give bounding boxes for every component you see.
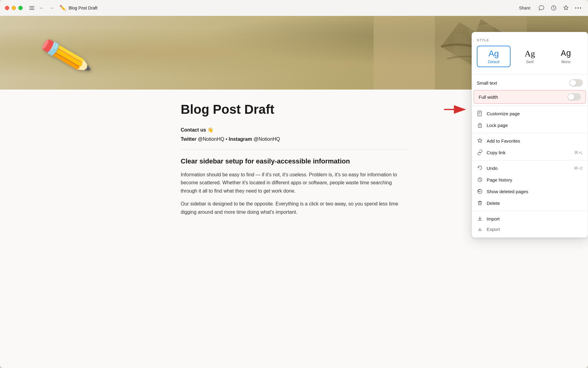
favorites-button[interactable]: [561, 3, 571, 13]
divider: [181, 149, 407, 150]
svg-rect-2: [29, 9, 34, 10]
menu-item-page-history[interactable]: Page history: [472, 174, 588, 186]
small-text-toggle[interactable]: [569, 79, 583, 86]
import-icon: [477, 216, 483, 222]
maximize-button[interactable]: [18, 6, 23, 10]
paragraph-2: Our sidebar is designed to be the opposi…: [181, 200, 407, 216]
menu-item-lock-page[interactable]: Lock page: [472, 119, 588, 131]
separator-5: [472, 211, 588, 211]
titlebar-right: Share: [515, 3, 583, 13]
full-width-toggle[interactable]: [567, 93, 581, 101]
comments-button[interactable]: [537, 3, 546, 13]
document-title: Blog Post Draft: [181, 102, 407, 117]
full-width-knob: [568, 94, 574, 100]
undo-icon: [477, 165, 483, 171]
sidebar-toggle-button[interactable]: [28, 4, 36, 12]
page-title: Blog Post Draft: [69, 6, 97, 10]
svg-point-22: [480, 126, 480, 126]
restore-icon: [477, 188, 483, 194]
forward-button[interactable]: →: [47, 4, 56, 12]
document-body: Blog Post Draft Contact us 👋 Twitter @No…: [156, 90, 432, 240]
separator-1: [472, 74, 588, 74]
undo-label: Undo: [487, 166, 570, 171]
dropdown-menu: STYLE Ag Default Ag Serif Ag Mono: [472, 32, 588, 238]
back-button[interactable]: ←: [37, 4, 46, 12]
close-button[interactable]: [5, 6, 9, 10]
export-label: Export: [487, 227, 583, 232]
style-section-label: STYLE: [477, 38, 583, 42]
full-width-toggle-row[interactable]: Full width: [474, 90, 586, 104]
small-text-label: Small text: [477, 80, 497, 86]
customize-page-label: Customize page: [487, 111, 583, 116]
menu-item-customize-page[interactable]: Customize page: [472, 108, 588, 119]
copy-link-label: Copy link: [487, 150, 571, 155]
undo-shortcut: ⌘+Z: [574, 166, 583, 171]
copy-link-shortcut: ⌘+L: [574, 150, 583, 155]
page-title-area: ✏️ Blog Post Draft: [59, 5, 515, 11]
pencil-icon: ✏️: [38, 29, 93, 83]
separator-2: [472, 105, 588, 106]
nav-buttons: ← →: [37, 4, 56, 12]
export-icon: [477, 226, 483, 232]
add-favorites-label: Add to Favorites: [487, 138, 583, 144]
titlebar: ← → ✏️ Blog Post Draft Share: [0, 0, 588, 16]
star-icon: [477, 138, 483, 144]
link-icon: [477, 149, 483, 155]
font-name-serif: Serif: [526, 60, 534, 64]
menu-item-import[interactable]: Import: [472, 213, 588, 224]
menu-item-delete[interactable]: Delete: [472, 197, 588, 209]
menu-item-copy-link[interactable]: Copy link ⌘+L: [472, 147, 588, 158]
svg-point-6: [580, 7, 581, 9]
menu-item-add-favorites[interactable]: Add to Favorites: [472, 135, 588, 147]
menu-item-undo[interactable]: Undo ⌘+Z: [472, 162, 588, 174]
trash-icon: [477, 200, 483, 206]
section-heading-1: Clear sidebar setup for easily-accessibl…: [181, 157, 407, 166]
small-text-knob: [570, 80, 576, 86]
separator-4: [472, 160, 588, 160]
minimize-button[interactable]: [12, 6, 16, 10]
svg-point-5: [578, 7, 579, 9]
font-option-serif[interactable]: Ag Serif: [513, 46, 547, 67]
menu-item-export[interactable]: Export: [472, 224, 588, 234]
font-name-default: Default: [488, 60, 499, 64]
full-width-label: Full width: [479, 94, 498, 100]
traffic-lights: [5, 6, 23, 10]
font-option-mono[interactable]: Ag Mono: [549, 46, 583, 67]
font-option-default[interactable]: Ag Default: [477, 46, 511, 67]
lock-icon: [477, 122, 483, 128]
contact-heading: Contact us 👋: [181, 127, 407, 133]
red-arrow-indicator: [444, 32, 469, 118]
svg-point-4: [575, 7, 576, 9]
font-sample-serif: Ag: [525, 49, 535, 58]
menu-item-show-deleted[interactable]: Show deleted pages: [472, 186, 588, 197]
page-history-label: Page history: [487, 177, 583, 182]
separator-3: [472, 133, 588, 133]
small-text-toggle-row[interactable]: Small text: [472, 76, 588, 90]
more-button[interactable]: [573, 3, 583, 13]
font-sample-mono: Ag: [561, 49, 571, 58]
style-section: STYLE Ag Default Ag Serif Ag Mono: [472, 36, 588, 72]
content-area: ❀ ✿ ✏️ Blog Post Draft Contact us 👋 Twit…: [0, 16, 588, 368]
font-sample-default: Ag: [488, 49, 499, 58]
import-label: Import: [487, 216, 583, 221]
svg-rect-0: [29, 6, 34, 7]
share-button[interactable]: Share: [515, 4, 534, 12]
lock-page-label: Lock page: [487, 123, 583, 128]
social-line: Twitter @NotionHQ • Instagram @NotionHQ: [181, 136, 407, 142]
show-deleted-label: Show deleted pages: [487, 189, 583, 194]
svg-rect-1: [29, 8, 34, 8]
history-button[interactable]: [549, 3, 559, 13]
page-icon: [477, 110, 483, 117]
svg-rect-17: [478, 111, 481, 116]
history-clock-icon: [477, 177, 483, 183]
page-emoji: ✏️: [59, 5, 66, 11]
font-options: Ag Default Ag Serif Ag Mono: [477, 46, 583, 67]
paragraph-1: Information should be easy to find — if …: [181, 171, 407, 195]
font-name-mono: Mono: [561, 60, 571, 64]
delete-label: Delete: [487, 201, 583, 206]
